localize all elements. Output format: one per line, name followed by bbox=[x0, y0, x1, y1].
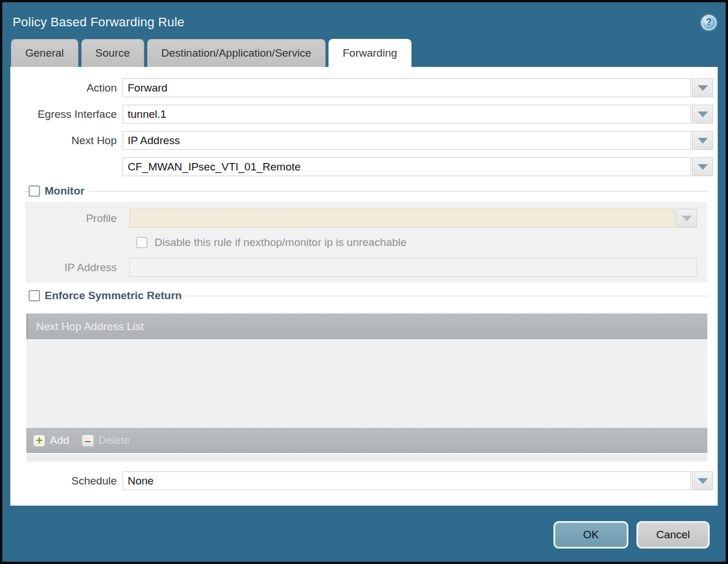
schedule-input[interactable] bbox=[122, 471, 691, 490]
egress-interface-input[interactable] bbox=[122, 105, 691, 124]
chevron-down-icon bbox=[698, 478, 708, 484]
disable-rule-label: Disable this rule if nexthop/monitor ip … bbox=[155, 236, 406, 249]
cancel-button[interactable]: Cancel bbox=[636, 521, 710, 549]
monitor-legend: Monitor bbox=[45, 185, 85, 197]
next-hop-label: Next Hop bbox=[10, 134, 122, 147]
monitor-profile-dropdown-button bbox=[676, 209, 697, 228]
forwarding-tab-panel: Action Egress Interface Next Hop bbox=[10, 67, 718, 506]
next-hop-type-input[interactable] bbox=[122, 131, 691, 150]
action-label: Action bbox=[10, 82, 122, 94]
dialog-title: Policy Based Forwarding Rule bbox=[13, 15, 184, 30]
plus-icon: + bbox=[33, 435, 45, 447]
add-button[interactable]: + Add bbox=[33, 434, 69, 447]
disable-rule-checkbox bbox=[136, 237, 148, 248]
table-bottom-strip bbox=[26, 454, 707, 462]
egress-interface-row: Egress Interface bbox=[10, 105, 713, 124]
next-hop-address-list-toolbar: + Add – Delete bbox=[26, 428, 707, 453]
delete-button[interactable]: – Delete bbox=[82, 434, 130, 447]
chevron-down-icon bbox=[698, 138, 708, 144]
egress-interface-dropdown-button[interactable] bbox=[692, 105, 713, 124]
dialog-footer: OK Cancel bbox=[2, 506, 726, 549]
policy-based-forwarding-dialog: Policy Based Forwarding Rule ? General S… bbox=[0, 0, 728, 564]
next-hop-address-list-table: Next Hop Address List + Add – Delete bbox=[26, 313, 707, 462]
egress-interface-label: Egress Interface bbox=[10, 108, 122, 121]
action-dropdown-button[interactable] bbox=[692, 78, 713, 97]
schedule-label: Schedule bbox=[10, 475, 122, 487]
action-input[interactable] bbox=[122, 78, 691, 97]
monitor-profile-label: Profile bbox=[25, 212, 122, 225]
monitor-panel: Profile Disable this rule if nexthop/mon… bbox=[25, 202, 707, 283]
ok-button[interactable]: OK bbox=[553, 521, 628, 549]
next-hop-type-dropdown-button[interactable] bbox=[692, 131, 713, 150]
chevron-down-icon bbox=[682, 216, 692, 221]
schedule-dropdown-button[interactable] bbox=[692, 471, 713, 490]
tab-bar: General Source Destination/Application/S… bbox=[2, 39, 726, 67]
monitor-checkbox[interactable] bbox=[29, 185, 40, 197]
action-row: Action bbox=[10, 78, 713, 97]
tab-destination-application-service[interactable]: Destination/Application/Service bbox=[147, 39, 326, 67]
next-hop-row: Next Hop bbox=[10, 131, 713, 150]
dialog-titlebar: Policy Based Forwarding Rule ? bbox=[2, 2, 726, 39]
next-hop-address-list-header: Next Hop Address List bbox=[26, 313, 707, 339]
next-hop-address-input[interactable] bbox=[122, 157, 691, 176]
schedule-row: Schedule bbox=[10, 471, 713, 490]
help-icon[interactable]: ? bbox=[701, 15, 717, 30]
chevron-down-icon bbox=[698, 164, 708, 170]
monitor-profile-row: Profile bbox=[25, 209, 697, 228]
enforce-symmetric-return-checkbox[interactable] bbox=[29, 290, 40, 301]
enforce-symmetric-return-section: Enforce Symmetric Return Next Hop Addres… bbox=[25, 288, 707, 462]
monitor-ip-address-input bbox=[129, 258, 697, 277]
monitor-ip-address-label: IP Address bbox=[25, 261, 122, 274]
tab-forwarding[interactable]: Forwarding bbox=[329, 39, 412, 67]
chevron-down-icon bbox=[698, 85, 708, 91]
next-hop-address-dropdown-button[interactable] bbox=[692, 157, 713, 176]
disable-rule-row: Disable this rule if nexthop/monitor ip … bbox=[136, 236, 697, 249]
enforce-symmetric-return-legend: Enforce Symmetric Return bbox=[45, 289, 182, 302]
next-hop-address-list-body[interactable] bbox=[26, 339, 707, 428]
next-hop-address-row bbox=[10, 157, 713, 176]
monitor-section: Monitor Profile Disable this rule if nex… bbox=[25, 184, 707, 283]
monitor-ip-address-row: IP Address bbox=[25, 258, 697, 277]
tab-source[interactable]: Source bbox=[81, 39, 144, 67]
delete-button-label: Delete bbox=[98, 434, 130, 447]
monitor-profile-input bbox=[129, 209, 675, 228]
tab-general[interactable]: General bbox=[11, 39, 78, 67]
minus-icon: – bbox=[82, 435, 94, 447]
chevron-down-icon bbox=[698, 112, 708, 117]
add-button-label: Add bbox=[50, 434, 69, 447]
